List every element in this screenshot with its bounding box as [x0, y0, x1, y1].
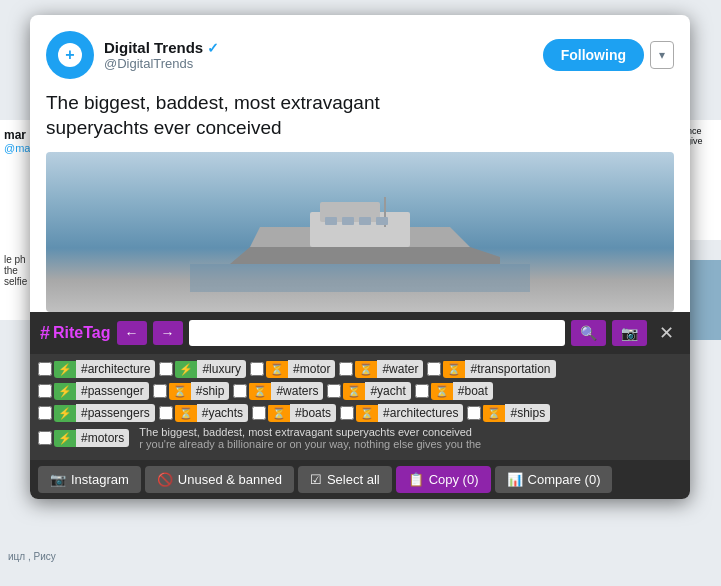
tag-badge-ship[interactable]: ⏳ #ship: [169, 382, 230, 400]
search-button[interactable]: 🔍: [571, 320, 606, 346]
tag-icon-boats: ⏳: [268, 405, 290, 422]
tag-checkbox-transportation[interactable]: [427, 362, 441, 376]
tag-label-architectures: #architectures: [378, 404, 463, 422]
nav-back-button[interactable]: ←: [117, 321, 147, 345]
follow-area: Following ▾: [543, 39, 674, 71]
tag-item-yachts: ⏳ #yachts: [159, 404, 248, 422]
tag-badge-ships[interactable]: ⏳ #ships: [483, 404, 550, 422]
tag-checkbox-boat[interactable]: [415, 384, 429, 398]
tag-badge-motors[interactable]: ⚡ #motors: [54, 429, 129, 447]
tweet-author: + Digital Trends ✓ @DigitalTrends: [46, 31, 219, 79]
follow-button[interactable]: Following: [543, 39, 644, 71]
tag-label-ship: #ship: [191, 382, 230, 400]
tag-item-water: ⏳ #water: [339, 360, 423, 378]
tag-checkbox-yacht[interactable]: [327, 384, 341, 398]
tag-checkbox-architecture[interactable]: [38, 362, 52, 376]
tag-icon-architecture: ⚡: [54, 361, 76, 378]
tag-checkbox-motors[interactable]: [38, 431, 52, 445]
tag-badge-water[interactable]: ⏳ #water: [355, 360, 423, 378]
search-input[interactable]: [189, 320, 566, 346]
copy-button[interactable]: 📋 Copy (0): [396, 466, 491, 493]
tweet-text: The biggest, baddest, most extravagant s…: [30, 87, 690, 152]
camera-button[interactable]: 📷: [612, 320, 647, 346]
tag-label-motor: #motor: [288, 360, 335, 378]
tag-badge-motor[interactable]: ⏳ #motor: [266, 360, 335, 378]
compare-button[interactable]: 📊 Compare (0): [495, 466, 613, 493]
svg-rect-8: [359, 217, 371, 225]
tag-item-architecture: ⚡ #architecture: [38, 360, 155, 378]
tag-badge-architectures[interactable]: ⏳ #architectures: [356, 404, 463, 422]
tag-item-motor: ⏳ #motor: [250, 360, 335, 378]
tag-item-luxury: ⚡ #luxury: [159, 360, 246, 378]
svg-rect-7: [342, 217, 354, 225]
tag-icon-ship: ⏳: [169, 383, 191, 400]
modal: + Digital Trends ✓ @DigitalTrends Follow…: [30, 15, 690, 499]
tweet-image: [46, 152, 674, 312]
tag-checkbox-yachts[interactable]: [159, 406, 173, 420]
copy-icon: 📋: [408, 472, 424, 487]
tag-badge-waters[interactable]: ⏳ #waters: [249, 382, 323, 400]
tags-row-4: ⚡ #motors The biggest, baddest, most ext…: [38, 426, 682, 450]
tag-checkbox-motor[interactable]: [250, 362, 264, 376]
tag-item-waters: ⏳ #waters: [233, 382, 323, 400]
tag-icon-yacht: ⏳: [343, 383, 365, 400]
ritetag-toolbar: # RiteTag ← → 🔍 📷 ✕: [30, 312, 690, 354]
instagram-icon: 📷: [50, 472, 66, 487]
svg-rect-6: [325, 217, 337, 225]
tag-icon-luxury: ⚡: [175, 361, 197, 378]
tag-item-motors: ⚡ #motors: [38, 429, 129, 447]
tag-checkbox-ships[interactable]: [467, 406, 481, 420]
svg-rect-9: [376, 217, 388, 225]
tag-checkbox-architectures[interactable]: [340, 406, 354, 420]
tag-icon-waters: ⏳: [249, 383, 271, 400]
tag-icon-passengers: ⚡: [54, 405, 76, 422]
tag-icon-boat: ⏳: [431, 383, 453, 400]
tag-badge-passengers[interactable]: ⚡ #passengers: [54, 404, 155, 422]
tag-label-transportation: #transportation: [465, 360, 555, 378]
select-icon: ☑: [310, 472, 322, 487]
tag-label-motors: #motors: [76, 429, 129, 447]
nav-forward-button[interactable]: →: [153, 321, 183, 345]
unused-icon: 🚫: [157, 472, 173, 487]
tag-item-boats: ⏳ #boats: [252, 404, 336, 422]
tag-checkbox-boats[interactable]: [252, 406, 266, 420]
tag-checkbox-luxury[interactable]: [159, 362, 173, 376]
tag-checkbox-waters[interactable]: [233, 384, 247, 398]
tag-checkbox-passengers[interactable]: [38, 406, 52, 420]
verified-icon: ✓: [207, 40, 219, 56]
tag-badge-boat[interactable]: ⏳ #boat: [431, 382, 493, 400]
tag-label-boat: #boat: [453, 382, 493, 400]
tag-badge-boats[interactable]: ⏳ #boats: [268, 404, 336, 422]
tag-checkbox-ship[interactable]: [153, 384, 167, 398]
unused-banned-button[interactable]: 🚫 Unused & banned: [145, 466, 294, 493]
search-icon: 🔍: [580, 325, 597, 341]
tag-badge-yachts[interactable]: ⏳ #yachts: [175, 404, 248, 422]
tag-badge-passenger[interactable]: ⚡ #passenger: [54, 382, 149, 400]
tag-label-architecture: #architecture: [76, 360, 155, 378]
tag-checkbox-passenger[interactable]: [38, 384, 52, 398]
preview-text: The biggest, baddest, most extravagant s…: [139, 426, 481, 450]
instagram-button[interactable]: 📷 Instagram: [38, 466, 141, 493]
tag-badge-transportation[interactable]: ⏳ #transportation: [443, 360, 555, 378]
svg-rect-2: [190, 264, 530, 292]
close-button[interactable]: ✕: [653, 320, 680, 346]
tag-label-boats: #boats: [290, 404, 336, 422]
tag-icon-yachts: ⏳: [175, 405, 197, 422]
tag-item-architectures: ⏳ #architectures: [340, 404, 463, 422]
camera-icon: 📷: [621, 325, 638, 341]
avatar: +: [46, 31, 94, 79]
tag-label-luxury: #luxury: [197, 360, 246, 378]
tag-icon-transportation: ⏳: [443, 361, 465, 378]
tag-badge-architecture[interactable]: ⚡ #architecture: [54, 360, 155, 378]
tag-badge-luxury[interactable]: ⚡ #luxury: [175, 360, 246, 378]
select-all-button[interactable]: ☑ Select all: [298, 466, 392, 493]
tag-checkbox-water[interactable]: [339, 362, 353, 376]
tag-item-boat: ⏳ #boat: [415, 382, 493, 400]
tag-badge-yacht[interactable]: ⏳ #yacht: [343, 382, 410, 400]
tag-item-ship: ⏳ #ship: [153, 382, 230, 400]
tag-icon-architectures: ⏳: [356, 405, 378, 422]
chevron-button[interactable]: ▾: [650, 41, 674, 69]
tag-item-ships: ⏳ #ships: [467, 404, 550, 422]
tag-label-passenger: #passenger: [76, 382, 149, 400]
compare-icon: 📊: [507, 472, 523, 487]
